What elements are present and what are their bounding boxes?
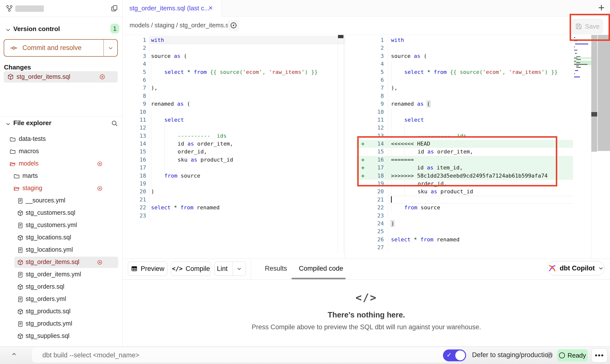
code-line-right-9[interactable]: 9renamed as (	[345, 100, 610, 108]
code-line-left-5[interactable]: 5 select * from {{ source('ecom', 'raw_i…	[123, 68, 345, 76]
file-tree-item-stg_locations.sql[interactable]: stg_locations.sql	[0, 232, 122, 244]
code-line-right-23[interactable]: 23	[345, 212, 610, 220]
code-line-right-17[interactable]: +17 id as item_id,	[345, 164, 610, 172]
code-line-right-6[interactable]: 6	[345, 76, 610, 84]
right-scrollbar-thumb[interactable]	[591, 112, 597, 116]
close-icon[interactable]: ×	[208, 4, 213, 12]
code-line-left-8[interactable]: 8	[123, 92, 345, 100]
outer-scrollbar-track[interactable]	[598, 35, 610, 151]
file-tree-item-data-tests[interactable]: data-tests	[0, 133, 122, 145]
version-control-header[interactable]: Version control 1	[0, 22, 122, 36]
circled-x-icon[interactable]	[97, 161, 102, 166]
code-line-right-22[interactable]: 22 from source	[345, 204, 610, 212]
code-line-right-2[interactable]: 2	[345, 44, 610, 52]
right-scrollbar-track[interactable]	[591, 35, 597, 152]
code-line-right-25[interactable]: 25	[345, 228, 610, 235]
dbt-copilot-button[interactable]: dbt Copilot	[547, 261, 605, 275]
lineage-button[interactable]	[228, 20, 239, 31]
code-line-left-7[interactable]: 7),	[123, 84, 345, 92]
file-tree-item-stg_orders.yml[interactable]: stg_orders.yml	[0, 293, 122, 305]
code-line-right-14[interactable]: +14<<<<<<< HEAD	[345, 140, 610, 148]
file-tree-item-stg_products.yml[interactable]: stg_products.yml	[0, 318, 122, 330]
file-tree-item-__sources.yml[interactable]: __sources.yml	[0, 195, 122, 207]
search-icon[interactable]	[111, 120, 118, 127]
commit-and-resolve-button[interactable]: Commit and resolve	[4, 39, 118, 57]
file-explorer-header[interactable]: File explorer	[0, 117, 122, 130]
minimap[interactable]	[574, 37, 590, 80]
file-tree-item-models[interactable]: models	[0, 158, 122, 170]
file-tree-item-stg_locations.yml[interactable]: stg_locations.yml	[0, 244, 122, 256]
file-tree-item-stg_order_items.yml[interactable]: stg_order_items.yml	[0, 268, 122, 281]
tab-compiled-code[interactable]: Compiled code	[299, 265, 343, 272]
code-line-right-1[interactable]: 1with	[345, 36, 610, 44]
code-line-left-19[interactable]: 19	[123, 180, 345, 188]
code-line-left-14[interactable]: 14 id as order_item,	[123, 140, 345, 148]
file-tree-item-stg_orders.sql[interactable]: stg_orders.sql	[0, 281, 122, 293]
code-line-left-6[interactable]: 6	[123, 76, 345, 84]
code-line-left-20[interactable]: 20)	[123, 188, 345, 196]
file-tree-item-staging[interactable]: staging	[0, 182, 122, 195]
tab-stg-order-items[interactable]: stg_order_items.sql (last c... ×	[123, 0, 221, 17]
save-button[interactable]: Save	[572, 19, 603, 34]
commit-dropdown[interactable]	[103, 40, 117, 56]
file-tree-item-stg_customers.sql[interactable]: stg_customers.sql	[0, 207, 122, 219]
code-line-left-12[interactable]: 12	[123, 124, 345, 132]
code-line-right-13[interactable]: 13 ---------- ids	[345, 132, 610, 140]
code-line-left-9[interactable]: 9renamed as (	[123, 100, 345, 108]
code-line-left-1[interactable]: 1with	[123, 36, 345, 44]
status-badge[interactable]: Ready	[557, 349, 588, 362]
code-line-right-12[interactable]: 12	[345, 124, 610, 132]
file-tree-item-stg_order_items.sql[interactable]: stg_order_items.sql	[0, 256, 122, 268]
code-line-right-4[interactable]: 4	[345, 60, 610, 68]
code-line-right-27[interactable]: 27	[345, 244, 610, 251]
circled-x-icon[interactable]	[97, 186, 102, 191]
circled-x-icon[interactable]	[97, 260, 102, 265]
circled-x-icon[interactable]	[99, 74, 105, 80]
code-line-left-18[interactable]: 18 from source	[123, 172, 345, 180]
code-line-left-15[interactable]: 15 order_id,	[123, 148, 345, 156]
code-line-left-3[interactable]: 3source as (	[123, 52, 345, 60]
editor-pane-right[interactable]: 1with23source as (45 select * from {{ so…	[345, 35, 610, 262]
code-line-right-21[interactable]: 21	[345, 196, 610, 204]
compile-button[interactable]: </> Compile	[171, 262, 211, 276]
left-scrollbar-track[interactable]	[338, 35, 344, 253]
code-line-left-4[interactable]: 4	[123, 60, 345, 68]
editor-pane-left[interactable]: 1with23source as (45 select * from {{ so…	[123, 35, 345, 260]
tab-results[interactable]: Results	[265, 265, 287, 272]
code-line-left-22[interactable]: 22select * from renamed	[123, 204, 345, 212]
overflow-menu-button[interactable]: •••	[591, 348, 608, 363]
code-line-left-21[interactable]: 21	[123, 196, 345, 204]
code-line-left-11[interactable]: 11 select	[123, 116, 345, 124]
copy-icon[interactable]	[110, 4, 118, 12]
code-line-right-3[interactable]: 3source as (	[345, 52, 610, 60]
file-tree-item-stg_products.sql[interactable]: stg_products.sql	[0, 305, 122, 318]
preview-button[interactable]: Preview	[128, 262, 167, 276]
commit-main[interactable]: Commit and resolve	[4, 40, 103, 56]
changed-file-row[interactable]: stg_order_items.sql	[4, 71, 118, 83]
code-line-right-26[interactable]: 26select * from renamed	[345, 236, 610, 244]
left-scrollbar-thumb[interactable]	[338, 35, 343, 38]
code-line-left-17[interactable]: 17	[123, 164, 345, 172]
code-line-right-19[interactable]: 19 order_id,	[345, 180, 610, 188]
code-line-right-10[interactable]: 10	[345, 108, 610, 116]
file-tree-item-stg_customers.yml[interactable]: stg_customers.yml	[0, 219, 122, 232]
code-line-right-7[interactable]: 7),	[345, 84, 610, 92]
code-line-right-11[interactable]: 11 select	[345, 116, 610, 124]
file-tree-item-macros[interactable]: macros	[0, 145, 122, 158]
code-line-left-2[interactable]: 2	[123, 44, 345, 52]
code-line-right-18[interactable]: +18>>>>>>> 58c1dd23d5eebd9cd2495fa7124ab…	[345, 172, 610, 180]
code-line-right-24[interactable]: 24)	[345, 220, 610, 228]
lint-button[interactable]: Lint	[215, 262, 246, 276]
code-line-left-13[interactable]: 13 ---------- ids	[123, 132, 345, 140]
defer-toggle[interactable]: ✓	[443, 349, 466, 361]
code-line-right-20[interactable]: 20 sku as product_id	[345, 188, 610, 196]
new-tab-button[interactable]: +	[598, 1, 605, 14]
code-line-right-15[interactable]: 15 id as order_item,	[345, 148, 610, 156]
chevron-up-icon[interactable]	[10, 350, 18, 358]
command-input[interactable]	[32, 348, 449, 363]
code-line-left-10[interactable]: 10	[123, 108, 345, 116]
code-line-right-16[interactable]: +16=======	[345, 156, 610, 164]
code-line-right-5[interactable]: 5 select * from {{ source('ecom', 'raw_i…	[345, 68, 610, 76]
code-line-left-23[interactable]: 23	[123, 212, 345, 220]
code-line-left-16[interactable]: 16 sku as product_id	[123, 156, 345, 164]
